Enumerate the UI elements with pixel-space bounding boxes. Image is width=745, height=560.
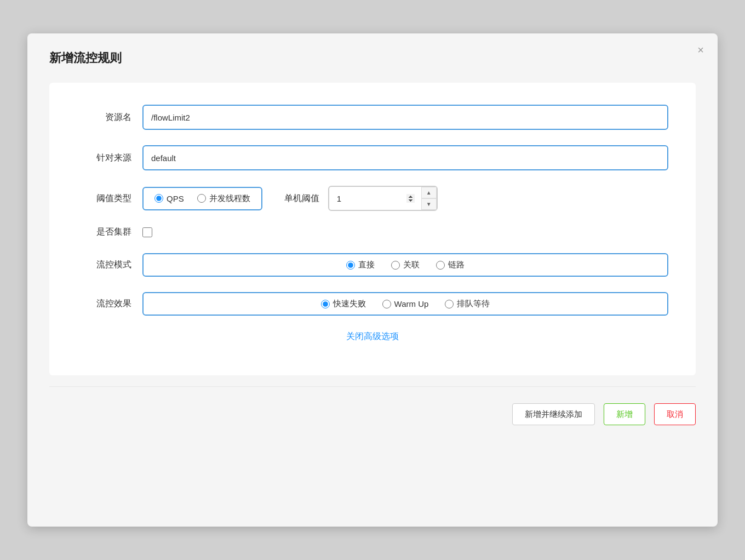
dialog-title: 新增流控规则 [49, 50, 696, 66]
cluster-checkbox[interactable] [142, 227, 152, 237]
radio-fast-fail-label[interactable]: 快速失败 [321, 299, 366, 309]
radio-qps-label[interactable]: QPS [154, 194, 184, 203]
source-input[interactable] [142, 145, 668, 170]
radio-related-label[interactable]: 关联 [391, 260, 420, 270]
flow-mode-radio-group: 直接 关联 链路 [142, 253, 668, 277]
single-threshold-label: 单机阈值 [284, 193, 319, 204]
footer-divider [49, 386, 696, 387]
resource-row: 资源名 [77, 105, 668, 130]
flow-effect-row: 流控效果 快速失败 Warm Up 排队等待 [77, 292, 668, 316]
cluster-row: 是否集群 [77, 226, 668, 238]
radio-related[interactable] [391, 261, 400, 270]
radio-queue-text: 排队等待 [457, 299, 490, 309]
radio-queue-label[interactable]: 排队等待 [445, 299, 490, 309]
form-container: 资源名 针对来源 阈值类型 QPS 并发线程数 [49, 83, 696, 375]
flow-mode-row: 流控模式 直接 关联 链路 [77, 253, 668, 277]
radio-queue[interactable] [445, 300, 454, 308]
cancel-button[interactable]: 取消 [654, 403, 696, 425]
radio-chain[interactable] [436, 261, 445, 270]
radio-qps[interactable] [154, 194, 163, 203]
dialog: 新增流控规则 × 资源名 针对来源 阈值类型 QPS [27, 33, 718, 527]
threshold-value-wrapper: ▲ ▼ [328, 186, 438, 211]
footer: 新增并继续添加 新增 取消 [49, 403, 696, 425]
threshold-row: 阈值类型 QPS 并发线程数 单机阈值 ▲ [77, 186, 668, 211]
threshold-type-section: QPS 并发线程数 单机阈值 ▲ ▼ [142, 186, 668, 211]
radio-concurrent-label[interactable]: 并发线程数 [197, 193, 250, 204]
resource-label: 资源名 [77, 112, 131, 123]
cluster-label: 是否集群 [77, 226, 131, 238]
source-row: 针对来源 [77, 145, 668, 170]
radio-related-text: 关联 [403, 260, 420, 270]
radio-fast-fail-text: 快速失败 [333, 299, 366, 309]
radio-warm-up-text: Warm Up [394, 299, 429, 308]
radio-direct[interactable] [346, 261, 355, 270]
radio-qps-text: QPS [167, 194, 184, 203]
radio-concurrent[interactable] [197, 194, 206, 203]
threshold-type-radio-group: QPS 并发线程数 [142, 187, 262, 210]
spinner-up-button[interactable]: ▲ [421, 187, 437, 198]
radio-warm-up-label[interactable]: Warm Up [382, 299, 429, 308]
source-label: 针对来源 [77, 152, 131, 164]
radio-chain-text: 链路 [448, 260, 465, 270]
spinner-buttons: ▲ ▼ [421, 187, 437, 210]
spinner-down-button[interactable]: ▼ [421, 198, 437, 210]
radio-fast-fail[interactable] [321, 300, 330, 308]
radio-direct-label[interactable]: 直接 [346, 260, 375, 270]
radio-concurrent-text: 并发线程数 [209, 193, 250, 204]
threshold-type-label: 阈值类型 [77, 193, 131, 204]
radio-direct-text: 直接 [358, 260, 375, 270]
flow-effect-label: 流控效果 [77, 298, 131, 310]
add-continue-button[interactable]: 新增并继续添加 [512, 403, 595, 425]
flow-effect-radio-group: 快速失败 Warm Up 排队等待 [142, 292, 668, 316]
flow-mode-label: 流控模式 [77, 259, 131, 271]
close-button[interactable]: × [697, 44, 704, 55]
radio-chain-label[interactable]: 链路 [436, 260, 465, 270]
radio-warm-up[interactable] [382, 300, 391, 308]
add-button[interactable]: 新增 [604, 403, 645, 425]
advanced-options-link[interactable]: 关闭高级选项 [77, 331, 668, 342]
resource-input[interactable] [142, 105, 668, 130]
